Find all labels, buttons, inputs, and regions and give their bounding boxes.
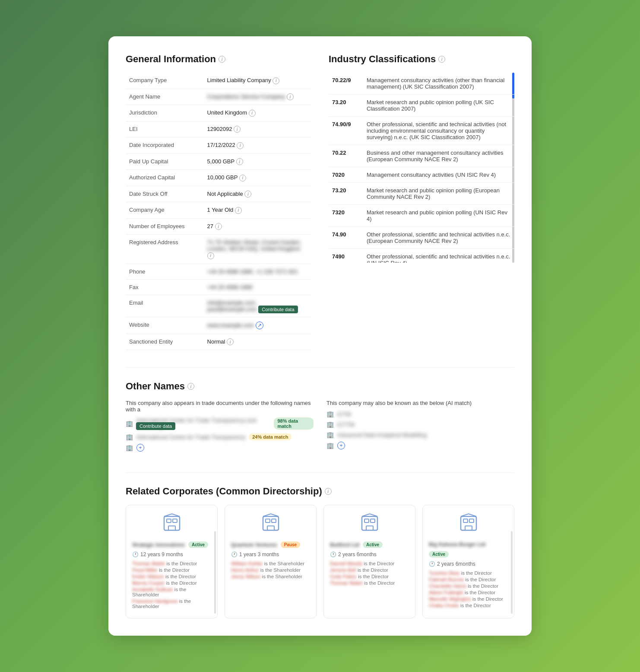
add-name-row: 🏢 + [126,444,314,452]
table-row: Company TypeLimited Liability Company i [126,73,311,89]
svg-rect-18 [461,516,476,530]
svg-rect-20 [469,519,474,522]
ai-name-row: 🏢 Advanced Data Analytical Modelling [326,431,514,438]
field-label: Agent Name [126,89,204,105]
svg-rect-9 [267,526,274,530]
field-info-icon[interactable]: i [239,175,246,182]
table-row: 73.20Market research and public opinion … [329,95,514,117]
field-info-icon[interactable]: i [234,126,241,133]
field-value: 1 Year Old i [204,202,311,219]
field-value: United Kingdom i [204,105,311,121]
other-names-content: This company also appears in trade docum… [126,400,514,455]
industry-desc: Market research and public opinion polli… [363,183,514,205]
card-person: Francene Hardgrove is the Shareholder [132,599,211,609]
related-corporates-section: Related Corporates (Common Directorship)… [126,486,514,618]
field-info-icon[interactable]: i [287,93,294,100]
building-icon-add: 🏢 [126,444,133,451]
building-icon-right: 🏢 [326,431,334,438]
building-icon-right: 🏢 [326,421,334,428]
card-scrollbar-4[interactable] [511,531,513,614]
related-title: Related Corporates (Common Directorship)… [126,486,514,497]
field-info-icon[interactable]: i [215,223,222,230]
contribute-wrapper: Contribute data 🏢 International Centre f… [126,433,314,440]
table-row: Company Age1 Year Old i [126,202,311,219]
other-name-row: 🏢 International Centre for Trade Transpa… [126,433,314,440]
data-match-badge: 98% data match [274,417,314,430]
card-person: Annabelle Sullivan is the Shareholder [132,587,211,597]
table-row: 70.22Business and other management consu… [329,145,514,167]
card-person: Marcia Cooper is the Director [132,580,211,586]
table-row: Paid Up Capital5,000 GBP i [126,153,311,170]
svg-rect-1 [167,519,171,522]
industry-code: 74.90 [329,227,363,249]
field-value: 27 i [204,218,311,235]
other-names-right: This company may also be known as the be… [326,400,514,455]
industry-info-icon[interactable]: i [438,56,445,63]
data-match-badge: 24% data match [249,433,291,440]
other-names-right-subtitle: This company may also be known as the be… [326,400,514,406]
field-info-icon[interactable]: i [227,338,234,345]
link-icon[interactable]: ↗ [256,322,263,329]
industry-desc: Market research and public opinion polli… [363,205,514,227]
industry-scroll[interactable]: 70.22/9Management consultancy activities… [329,73,514,263]
related-card: Big Kahuna Burger Ltd Active 🕐 2 years 6… [422,505,514,618]
person-name: Jenny Wilson [231,574,260,579]
field-value: 12902092 i [204,121,311,137]
related-info-icon[interactable]: i [325,488,332,495]
table-row: Registered Address71-75 Shelton Street, … [126,235,311,264]
field-info-icon[interactable]: i [207,252,214,259]
card-header: Bedford Ltd Active [330,541,409,548]
svg-rect-14 [371,519,375,522]
building-icon: 🏢 [126,433,133,440]
industry-code: 70.22 [329,145,363,167]
clock-icon: 🕐 [429,561,435,567]
building-icon-add-right: 🏢 [326,442,334,449]
field-info-icon[interactable]: i [237,142,244,149]
field-info-icon[interactable]: i [244,191,251,197]
duration-text: 2 years 6months [437,561,475,567]
field-info-icon[interactable]: i [235,207,242,214]
related-card: Quantum Ventures Pause 🕐 1 years 3 month… [225,505,317,618]
industry-desc: Other professional, scientific and techn… [363,227,514,249]
card-persons: Thomas Walsh is the Director Floyd Mille… [132,561,211,609]
field-value: info@example.com, paul@example.com Contr… [204,295,311,317]
table-row: Agent NameCorporations Service Company i [126,89,311,105]
person-name: Floyd Miller [132,567,158,573]
table-row: Websitewww.example.com ↗ [126,317,311,334]
card-logo [231,513,310,537]
field-info-icon[interactable]: i [236,158,243,165]
add-ai-name-button[interactable]: + [337,442,345,449]
person-role: is the Director [460,603,491,608]
card-person: Darnell Woods is the Director [330,561,409,566]
card-person: Aileen Fulbright is the Director [429,590,508,595]
field-label: LEI [126,121,204,137]
other-names-title: Other Names i [126,381,514,392]
card-person: Henry Arthur is the Shareholder [231,567,310,573]
svg-rect-0 [164,516,180,530]
add-name-button[interactable]: + [136,444,144,452]
clock-icon: 🕐 [132,551,139,557]
person-role: is the Director [465,590,495,595]
contribute-badge-2[interactable]: Contribute data [136,422,175,430]
industry-table: 70.22/9Management consultancy activities… [329,73,514,263]
field-label: Website [126,317,204,334]
field-label: Registered Address [126,235,204,264]
field-info-icon[interactable]: i [249,110,256,117]
industry-desc: Market research and public opinion polli… [363,95,514,117]
other-names-info-icon[interactable]: i [187,383,194,390]
industry-code: 70.22/9 [329,73,363,95]
person-role: is the Director [358,574,389,579]
other-names-left: This company also appears in trade docum… [126,400,314,455]
person-name: Annabelle Sullivan [132,587,173,592]
related-card: Strategic Innovations Active 🕐 12 years … [126,505,218,618]
field-info-icon[interactable]: i [272,77,279,84]
card-scrollbar[interactable] [214,531,216,614]
table-row: Emailinfo@example.com, paul@example.com … [126,295,311,317]
contribute-badge[interactable]: Contribute data [258,306,298,313]
general-info-icon[interactable]: i [219,56,225,63]
industry-code: 7020 [329,167,363,183]
person-role: is the Director [159,567,190,573]
svg-rect-19 [463,519,468,522]
industry-code: 7490 [329,249,363,263]
person-role: is the Director [465,577,496,582]
